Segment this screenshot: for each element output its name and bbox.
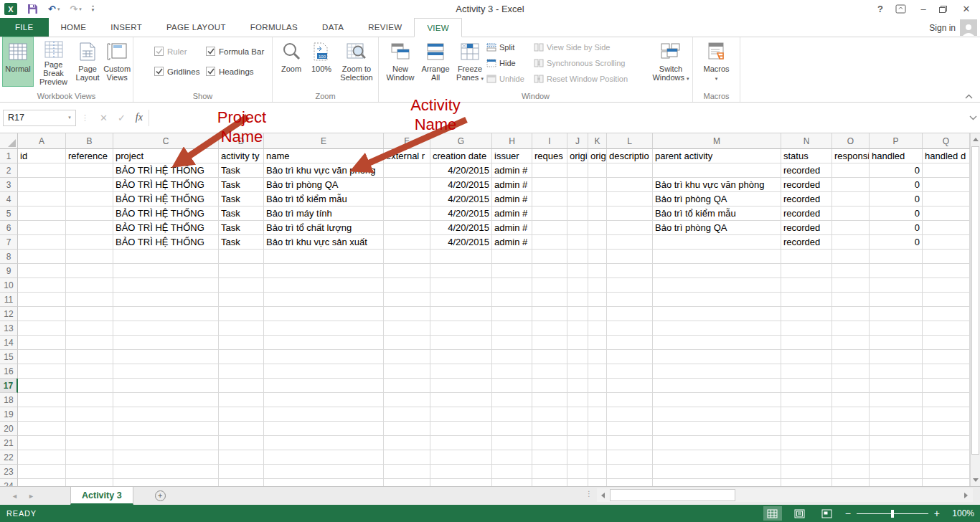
redo-caret-icon[interactable]: ▾ [79,6,82,12]
cell-A13[interactable] [18,321,66,336]
cell-G15[interactable] [430,350,492,364]
cell-A10[interactable] [18,278,66,293]
cell-J23[interactable] [567,465,588,479]
headings-checkbox[interactable]: Headings [206,67,272,76]
column-header-O[interactable]: O [832,133,870,149]
cell-M11[interactable] [653,293,781,307]
cell-L17[interactable] [607,379,653,393]
cell-D12[interactable] [219,307,264,321]
row-header-23[interactable]: 23 [0,465,18,479]
cell-M3[interactable]: Bảo trì khu vực văn phòng [653,178,781,192]
normal-view-button[interactable]: Normal [3,37,33,86]
cell-F7[interactable] [384,235,430,250]
cell-Q12[interactable] [923,307,970,321]
vertical-scroll-thumb[interactable] [971,146,979,455]
undo-caret-icon[interactable]: ▾ [57,6,60,12]
cell-E5[interactable]: Bảo trì máy tính [264,207,384,221]
cell-I24[interactable] [532,479,567,486]
reset-window-position-button[interactable]: Reset Window Position [534,71,650,87]
cell-D2[interactable]: Task [219,163,264,178]
cell-H16[interactable] [492,364,532,379]
row-header-17[interactable]: 17 [0,379,18,393]
cell-A18[interactable] [18,393,66,407]
cell-N3[interactable]: recorded [781,178,832,192]
macros-button[interactable]: Macros▾ [699,37,735,86]
row-header-7[interactable]: 7 [0,235,18,250]
cell-G18[interactable] [430,393,492,407]
cell-J6[interactable] [567,221,588,235]
cell-G14[interactable] [430,336,492,350]
cell-I6[interactable] [532,221,567,235]
tab-view[interactable]: VIEW [414,18,462,37]
cell-C10[interactable] [113,278,219,293]
cell-P22[interactable] [870,450,923,465]
cell-A23[interactable] [18,465,66,479]
cell-K23[interactable] [588,465,607,479]
cell-K11[interactable] [588,293,607,307]
cell-I19[interactable] [532,407,567,422]
cell-B15[interactable] [66,350,113,364]
cell-I5[interactable] [532,207,567,221]
cell-O22[interactable] [832,450,870,465]
cell-I16[interactable] [532,364,567,379]
cell-M16[interactable] [653,364,781,379]
unhide-button[interactable]: Unhide [486,71,534,87]
page-break-preview-button[interactable]: Page Break Preview [33,37,74,86]
tab-formulas[interactable]: FORMULAS [238,18,310,37]
cell-H6[interactable]: admin # [492,221,532,235]
zoom-slider-thumb[interactable] [891,510,894,518]
previous-sheet-button[interactable]: ◄ [11,493,18,500]
zoom-to-selection-button[interactable]: Zoom to Selection [336,37,377,86]
cell-H20[interactable] [492,422,532,436]
cell-C8[interactable] [113,250,219,264]
cell-C19[interactable] [113,407,219,422]
cell-M12[interactable] [653,307,781,321]
cell-A15[interactable] [18,350,66,364]
cell-O8[interactable] [832,250,870,264]
cell-Q9[interactable] [923,264,970,278]
cell-F18[interactable] [384,393,430,407]
row-header-14[interactable]: 14 [0,336,18,350]
column-header-A[interactable]: A [18,133,66,149]
cell-G6[interactable]: 4/20/2015 [430,221,492,235]
status-page-layout-view-button[interactable] [791,506,809,521]
cell-A5[interactable] [18,207,66,221]
cell-G4[interactable]: 4/20/2015 [430,192,492,207]
cell-L20[interactable] [607,422,653,436]
cell-F1[interactable]: external r [384,149,430,163]
cell-L13[interactable] [607,321,653,336]
cell-O3[interactable] [832,178,870,192]
cell-C15[interactable] [113,350,219,364]
cell-Q13[interactable] [923,321,970,336]
cell-F2[interactable] [384,163,430,178]
column-header-L[interactable]: L [607,133,653,149]
cell-I11[interactable] [532,293,567,307]
cell-Q2[interactable] [923,163,970,178]
cell-L4[interactable] [607,192,653,207]
cell-L11[interactable] [607,293,653,307]
cell-I15[interactable] [532,350,567,364]
cell-L10[interactable] [607,278,653,293]
cell-P4[interactable]: 0 [870,192,923,207]
row-header-10[interactable]: 10 [0,278,18,293]
cell-I1[interactable]: reques [532,149,567,163]
cell-C1[interactable]: project [113,149,219,163]
cell-E21[interactable] [264,436,384,450]
cell-A16[interactable] [18,364,66,379]
cell-H5[interactable]: admin # [492,207,532,221]
cell-E18[interactable] [264,393,384,407]
cell-B11[interactable] [66,293,113,307]
cell-B2[interactable] [66,163,113,178]
cell-J5[interactable] [567,207,588,221]
status-normal-view-button[interactable] [763,506,782,521]
cell-M20[interactable] [653,422,781,436]
cell-M5[interactable]: Bảo trì tổ kiểm mẫu [653,207,781,221]
cell-N10[interactable] [781,278,832,293]
cell-H17[interactable] [492,379,532,393]
cell-K22[interactable] [588,450,607,465]
cell-Q18[interactable] [923,393,970,407]
cell-E22[interactable] [264,450,384,465]
row-header-4[interactable]: 4 [0,192,18,207]
switch-windows-button[interactable]: Switch Windows ▾ [650,37,692,86]
cell-M15[interactable] [653,350,781,364]
